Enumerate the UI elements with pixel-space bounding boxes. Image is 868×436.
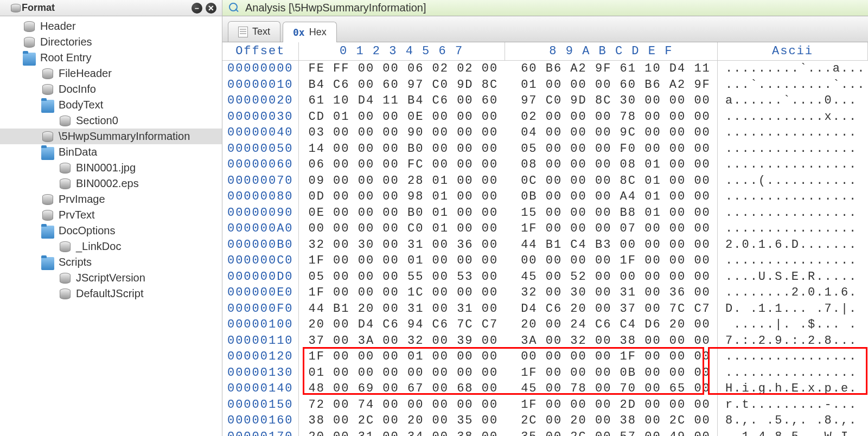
tree-node[interactable]: DocOptions	[0, 223, 222, 239]
db-icon	[41, 209, 54, 222]
hex-cell: 20 00 24 C6 C4 D6 20 00	[505, 317, 717, 333]
tab-hex[interactable]: 0x Hex	[283, 22, 337, 42]
hex-cell: 45 00 52 00 00 00 00 00	[505, 269, 717, 285]
ascii-cell: ................	[718, 349, 868, 365]
hex-cell: 01 00 00 00 00 00 00 00	[298, 365, 505, 381]
tree-label: _LinkDoc	[76, 240, 121, 253]
tree-node[interactable]: Root Entry	[0, 50, 222, 66]
tree-node[interactable]: DocInfo	[0, 81, 222, 97]
tree-node[interactable]: \5HwpSummaryInformation	[0, 129, 222, 144]
offset-cell: 00000050	[222, 141, 298, 157]
tree-label: Root Entry	[40, 52, 91, 64]
hex-row: 0000004003 00 00 00 90 00 00 0004 00 00 …	[222, 125, 868, 141]
ascii-cell: .1.4.8.5.,.W.I.	[718, 429, 868, 437]
tree-node[interactable]: PrvText	[0, 207, 222, 223]
magnify-icon	[229, 3, 240, 14]
hex-row: 000000F044 B1 20 00 31 00 31 00D4 C6 20 …	[222, 301, 868, 317]
tree-node[interactable]: Section0	[0, 113, 222, 129]
tree-node[interactable]: JScriptVersion	[0, 270, 222, 286]
offset-cell: 00000120	[222, 349, 298, 365]
hex-cell: 09 00 00 00 28 01 00 00	[298, 173, 505, 189]
db-icon	[41, 67, 54, 80]
ascii-cell: ................	[718, 253, 868, 269]
db-icon	[59, 177, 72, 190]
tree-label: Section0	[76, 114, 118, 127]
db-icon	[59, 287, 72, 300]
ascii-cell: 2.0.1.6.D.......	[718, 237, 868, 253]
hex-row: 0000010020 00 D4 C6 94 C6 7C C720 00 24 …	[222, 317, 868, 333]
tree-node[interactable]: BIN0002.eps	[0, 176, 222, 191]
offset-cell: 000000B0	[222, 237, 298, 253]
db-icon	[59, 114, 72, 127]
tree-node[interactable]: BodyText	[0, 97, 222, 113]
hex-row: 0000005014 00 00 00 B0 00 00 0005 00 00 …	[222, 141, 868, 157]
hex-row: 000000A000 00 00 00 C0 01 00 001F 00 00 …	[222, 221, 868, 237]
tree-node[interactable]: FileHeader	[0, 66, 222, 81]
hex-cell: 35 00 2C 00 57 00 49 00	[505, 429, 717, 437]
tabs-bar: Text 0x Hex	[222, 16, 868, 42]
collapse-button[interactable]: –	[192, 3, 202, 14]
offset-cell: 00000030	[222, 109, 298, 125]
tree-label: BinData	[59, 146, 97, 158]
hex-cell: 20 00 31 00 34 00 38 00	[298, 429, 505, 437]
hex-row: 000000E01F 00 00 00 1C 00 00 0032 00 30 …	[222, 285, 868, 301]
format-tree[interactable]: HeaderDirectoriesRoot EntryFileHeaderDoc…	[0, 16, 222, 436]
hex-row: 0000014048 00 69 00 67 00 68 0045 00 78 …	[222, 381, 868, 397]
tree-node[interactable]: Header	[0, 18, 222, 34]
col-ascii: Ascii	[718, 42, 868, 61]
tree-node[interactable]: PrvImage	[0, 191, 222, 207]
hex-cell: 04 00 00 00 9C 00 00 00	[505, 125, 717, 141]
hex-cell: 1F 00 00 00 01 00 00 00	[298, 253, 505, 269]
hex-cell: 00 00 00 00 1F 00 00 00	[505, 253, 717, 269]
hex-cell: 05 00 00 00 55 00 53 00	[298, 269, 505, 285]
tree-label: FileHeader	[59, 67, 112, 80]
tree-node[interactable]: Directories	[0, 34, 222, 50]
folder-icon	[23, 53, 36, 66]
close-button[interactable]: ✕	[206, 3, 216, 14]
hex-cell: 15 00 00 00 B8 01 00 00	[505, 205, 717, 221]
hex-cell: 00 00 00 00 1F 00 00 00	[505, 349, 717, 365]
tab-text[interactable]: Text	[228, 21, 280, 42]
tree-node[interactable]: Scripts	[0, 254, 222, 270]
ascii-cell: ....(...........	[718, 173, 868, 189]
col-hex2: 8 9 A B C D E F	[505, 42, 717, 61]
tree-label: PrvText	[59, 209, 95, 221]
hex-row: 000000B032 00 30 00 31 00 36 0044 B1 C4 …	[222, 237, 868, 253]
hex-row: 000000800D 00 00 00 98 01 00 000B 00 00 …	[222, 189, 868, 205]
format-title: Format	[22, 2, 188, 14]
db-icon	[59, 240, 72, 253]
format-header: Format – ✕	[0, 0, 222, 16]
tree-node[interactable]: DefaultJScript	[0, 286, 222, 302]
tree-node[interactable]: BIN0001.jpg	[0, 160, 222, 176]
hex-row: 000000900E 00 00 00 B0 01 00 0015 00 00 …	[222, 205, 868, 221]
hex-cell: 08 00 00 00 08 01 00 00	[505, 157, 717, 173]
offset-cell: 00000040	[222, 125, 298, 141]
db-icon	[41, 193, 54, 206]
ascii-cell: 7.:.2.9.:.2.8...	[718, 333, 868, 349]
folder-icon	[41, 226, 54, 239]
hex-cell: 2C 00 20 00 38 00 2C 00	[505, 413, 717, 429]
hex-cell: 05 00 00 00 F0 00 00 00	[505, 141, 717, 157]
hex-row: 0000007009 00 00 00 28 01 00 000C 00 00 …	[222, 173, 868, 189]
tree-node[interactable]: BinData	[0, 144, 222, 160]
hex-cell: 06 00 00 00 FC 00 00 00	[298, 157, 505, 173]
tree-label: Directories	[40, 36, 92, 48]
hex-cell: 20 00 D4 C6 94 C6 7C C7	[298, 317, 505, 333]
offset-cell: 00000070	[222, 173, 298, 189]
hex-viewer[interactable]: Offset 0 1 2 3 4 5 6 7 8 9 A B C D E F A…	[222, 42, 868, 436]
tree-node[interactable]: _LinkDoc	[0, 239, 222, 254]
hex-row: 0000006006 00 00 00 FC 00 00 0008 00 00 …	[222, 157, 868, 173]
tree-label: \5HwpSummaryInformation	[59, 130, 190, 143]
tree-label: Scripts	[59, 256, 92, 268]
folder-icon	[41, 147, 54, 160]
hex-cell: 0E 00 00 00 B0 01 00 00	[298, 205, 505, 221]
tree-label: JScriptVersion	[76, 272, 145, 284]
ascii-cell: ................	[718, 365, 868, 381]
offset-cell: 00000100	[222, 317, 298, 333]
offset-cell: 00000090	[222, 205, 298, 221]
hex-cell: 61 10 D4 11 B4 C6 00 60	[298, 93, 505, 109]
db-icon	[59, 272, 72, 285]
hex-cell: 00 00 00 00 C0 01 00 00	[298, 221, 505, 237]
col-offset: Offset	[222, 42, 298, 61]
offset-cell: 000000D0	[222, 269, 298, 285]
